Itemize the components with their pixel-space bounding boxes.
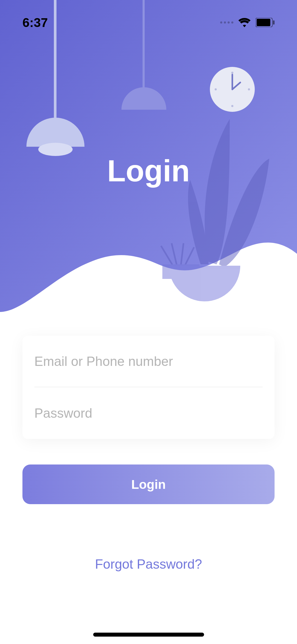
- login-form-card: [22, 336, 275, 439]
- email-input-group: [34, 336, 263, 387]
- status-icons-group: [220, 18, 275, 27]
- page-title: Login: [107, 153, 190, 188]
- password-field[interactable]: [34, 406, 263, 421]
- clock-icon: [210, 67, 255, 112]
- svg-point-7: [215, 88, 217, 90]
- password-input-group: [34, 387, 263, 439]
- email-field[interactable]: [34, 354, 263, 369]
- svg-point-1: [38, 143, 73, 156]
- battery-icon: [256, 18, 275, 27]
- status-time: 6:37: [22, 15, 48, 30]
- home-indicator: [93, 633, 204, 637]
- svg-rect-16: [257, 19, 270, 26]
- svg-rect-17: [273, 20, 275, 25]
- login-button[interactable]: Login: [22, 464, 275, 504]
- status-bar: 6:37: [0, 12, 297, 33]
- forgot-password-link[interactable]: Forgot Password?: [95, 556, 202, 572]
- svg-point-6: [248, 88, 250, 90]
- cellular-dots-icon: [220, 21, 233, 24]
- login-button-label: Login: [131, 477, 166, 492]
- svg-point-5: [231, 105, 233, 107]
- wifi-icon: [238, 18, 251, 27]
- svg-point-4: [231, 72, 233, 74]
